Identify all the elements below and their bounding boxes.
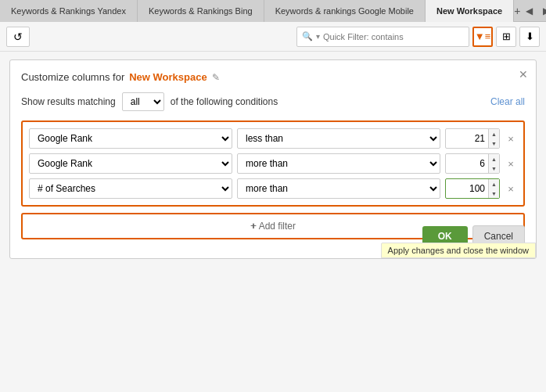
grid-icon: ⊞ [502, 31, 511, 42]
filter-spinner-down-2[interactable]: ▼ [488, 164, 499, 173]
dialog-title: Customize columns for New Workspace ✎ [21, 71, 525, 83]
filter-condition-select-1[interactable]: less than more than equals [237, 128, 440, 149]
filter-spinner-1: ▲ ▼ [488, 129, 499, 148]
filter-condition-select-2[interactable]: more than less than equals [237, 153, 440, 174]
tab-bar: Keywords & Rankings Yandex Keywords & Ra… [0, 0, 546, 22]
refresh-button[interactable]: ↺ [6, 27, 30, 47]
filter-condition-select-3[interactable]: more than less than equals [237, 178, 440, 199]
filter-spinner-down-1[interactable]: ▼ [488, 138, 499, 148]
edit-icon[interactable]: ✎ [212, 72, 220, 83]
tab-navigation: ◀ ▶ [520, 0, 546, 22]
filter-field-select-3[interactable]: # of Searches Google Rank [29, 178, 232, 199]
dialog-close-button[interactable]: ✕ [519, 68, 528, 81]
tab-new-workspace[interactable]: New Workspace [426, 0, 514, 22]
filter-value-wrap-2: ▲ ▼ [445, 153, 500, 174]
add-filter-label: + Add filter [251, 221, 296, 232]
refresh-icon: ↺ [13, 31, 23, 43]
filter-spinner-up-2[interactable]: ▲ [488, 154, 499, 164]
filter-value-wrap-1: ▲ ▼ [445, 128, 500, 149]
quick-filter-input[interactable] [323, 32, 464, 41]
tab-nav-prev[interactable]: ◀ [520, 0, 537, 22]
filter-spinner-up-1[interactable]: ▲ [488, 129, 499, 138]
match-label: Show results matching [21, 96, 116, 107]
customize-columns-dialog: Customize columns for New Workspace ✎ ✕ … [9, 59, 537, 259]
filter-remove-1[interactable]: × [505, 132, 517, 145]
search-arrow[interactable]: ▾ [316, 32, 320, 41]
filter-spinner-2: ▲ ▼ [488, 154, 499, 173]
filter-button[interactable]: ▼≡ [472, 27, 493, 47]
match-suffix: of the following conditions [171, 96, 278, 107]
filter-remove-3[interactable]: × [505, 182, 517, 195]
download-icon: ⬇ [526, 31, 534, 42]
toolbar: ↺ 🔍 ▾ ▼≡ ⊞ ⬇ [0, 22, 546, 52]
tab-bing[interactable]: Keywords & Rankings Bing [138, 0, 264, 22]
match-row: Show results matching all any of the fol… [21, 92, 525, 111]
filter-spinner-down-3[interactable]: ▼ [488, 189, 499, 198]
dialog-title-prefix: Customize columns for [21, 71, 124, 83]
tab-add-button[interactable]: + [514, 0, 520, 22]
filter-spinner-up-3[interactable]: ▲ [488, 179, 499, 189]
filter-rows-container: Google Rank # of Searches less than more… [21, 120, 525, 207]
filter-field-select-1[interactable]: Google Rank # of Searches [29, 128, 232, 149]
filter-icon: ▼≡ [475, 31, 490, 42]
filter-value-input-2[interactable] [446, 158, 488, 169]
filter-field-select-2[interactable]: Google Rank # of Searches [29, 153, 232, 174]
filter-row: Google Rank # of Searches more than less… [29, 153, 517, 174]
tooltip-bar: Apply changes and close the window [381, 243, 536, 258]
tab-yandex[interactable]: Keywords & Rankings Yandex [0, 0, 138, 22]
match-select[interactable]: all any [122, 92, 164, 111]
filter-value-wrap-3: ▲ ▼ [445, 178, 500, 199]
tooltip-text: Apply changes and close the window [388, 246, 529, 255]
search-input-wrap: 🔍 ▾ [296, 27, 469, 47]
filter-row: Google Rank # of Searches less than more… [29, 128, 517, 149]
search-container: 🔍 ▾ ▼≡ ⊞ ⬇ [296, 27, 540, 47]
filter-spinner-3: ▲ ▼ [488, 179, 499, 198]
download-button[interactable]: ⬇ [519, 27, 540, 47]
filter-value-input-1[interactable] [446, 133, 488, 144]
filter-remove-2[interactable]: × [505, 157, 517, 170]
filter-row: # of Searches Google Rank more than less… [29, 178, 517, 199]
tab-nav-next[interactable]: ▶ [537, 0, 546, 22]
tab-google-mobile[interactable]: Keywords & rankings Google Mobile [264, 0, 426, 22]
main-content: Customize columns for New Workspace ✎ ✕ … [0, 52, 546, 392]
search-icon: 🔍 [302, 31, 313, 41]
clear-all-button[interactable]: Clear all [490, 96, 525, 107]
grid-view-button[interactable]: ⊞ [496, 27, 516, 47]
dialog-workspace-name: New Workspace [129, 71, 207, 83]
filter-value-input-3[interactable] [446, 183, 488, 194]
